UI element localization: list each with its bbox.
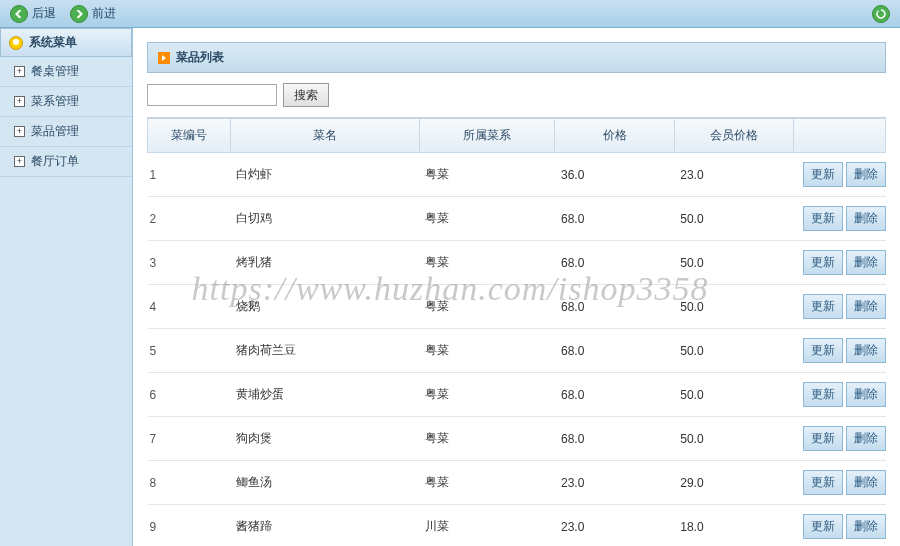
table-header-row: 菜编号 菜名 所属菜系 价格 会员价格 — [148, 119, 886, 153]
col-header-name: 菜名 — [230, 119, 419, 153]
col-name: 烤乳猪 — [230, 241, 419, 285]
col-member-price: 18.0 — [674, 505, 793, 547]
col-cuisine: 粤菜 — [419, 461, 555, 505]
col-header-id: 菜编号 — [148, 119, 231, 153]
sidebar-item[interactable]: +菜系管理 — [0, 87, 132, 117]
expand-icon: + — [14, 156, 25, 167]
arrow-right-icon — [70, 5, 88, 23]
col-price: 68.0 — [555, 417, 674, 461]
forward-label: 前进 — [92, 5, 116, 22]
update-button[interactable]: 更新 — [803, 162, 843, 187]
update-button[interactable]: 更新 — [803, 426, 843, 451]
col-price: 23.0 — [555, 505, 674, 547]
delete-button[interactable]: 删除 — [846, 294, 886, 319]
user-icon — [9, 36, 23, 50]
back-label: 后退 — [32, 5, 56, 22]
col-actions: 更新删除 — [794, 153, 886, 197]
update-button[interactable]: 更新 — [803, 250, 843, 275]
top-toolbar: 后退 前进 — [0, 0, 900, 28]
col-header-cuisine: 所属菜系 — [419, 119, 555, 153]
search-input[interactable] — [147, 84, 277, 106]
sidebar-header: 系统菜单 — [0, 28, 132, 57]
col-actions: 更新删除 — [794, 285, 886, 329]
col-header-price: 价格 — [555, 119, 674, 153]
col-name: 白灼虾 — [230, 153, 419, 197]
col-price: 68.0 — [555, 285, 674, 329]
table-row: 9酱猪蹄川菜23.018.0更新删除 — [148, 505, 886, 547]
sidebar-item-label: 餐厅订单 — [31, 153, 79, 170]
col-cuisine: 粤菜 — [419, 417, 555, 461]
col-name: 猪肉荷兰豆 — [230, 329, 419, 373]
col-name: 烧鹅 — [230, 285, 419, 329]
delete-button[interactable]: 删除 — [846, 470, 886, 495]
table-row: 5猪肉荷兰豆粤菜68.050.0更新删除 — [148, 329, 886, 373]
sidebar-item[interactable]: +菜品管理 — [0, 117, 132, 147]
sidebar-title: 系统菜单 — [29, 34, 77, 51]
delete-button[interactable]: 删除 — [846, 250, 886, 275]
col-name: 白切鸡 — [230, 197, 419, 241]
col-cuisine: 粤菜 — [419, 241, 555, 285]
sidebar-item-label: 菜系管理 — [31, 93, 79, 110]
col-actions: 更新删除 — [794, 373, 886, 417]
sidebar-item[interactable]: +餐桌管理 — [0, 57, 132, 87]
sidebar-item[interactable]: +餐厅订单 — [0, 147, 132, 177]
sidebar-item-label: 餐桌管理 — [31, 63, 79, 80]
expand-icon: + — [14, 96, 25, 107]
toolbar-right — [866, 3, 896, 25]
col-member-price: 50.0 — [674, 417, 793, 461]
sidebar-item-label: 菜品管理 — [31, 123, 79, 140]
delete-button[interactable]: 删除 — [846, 162, 886, 187]
back-button[interactable]: 后退 — [4, 3, 62, 25]
table-row: 4烧鹅粤菜68.050.0更新删除 — [148, 285, 886, 329]
delete-button[interactable]: 删除 — [846, 514, 886, 539]
update-button[interactable]: 更新 — [803, 470, 843, 495]
col-actions: 更新删除 — [794, 197, 886, 241]
col-cuisine: 粤菜 — [419, 153, 555, 197]
col-price: 23.0 — [555, 461, 674, 505]
col-cuisine: 川菜 — [419, 505, 555, 547]
col-actions: 更新删除 — [794, 461, 886, 505]
update-button[interactable]: 更新 — [803, 338, 843, 363]
delete-button[interactable]: 删除 — [846, 206, 886, 231]
update-button[interactable]: 更新 — [803, 382, 843, 407]
main-layout: 系统菜单 +餐桌管理+菜系管理+菜品管理+餐厅订单 菜品列表 搜索 菜编号 菜名… — [0, 28, 900, 546]
col-id: 8 — [148, 461, 231, 505]
update-button[interactable]: 更新 — [803, 206, 843, 231]
col-cuisine: 粤菜 — [419, 373, 555, 417]
col-actions: 更新删除 — [794, 505, 886, 547]
table-row: 7狗肉煲粤菜68.050.0更新删除 — [148, 417, 886, 461]
col-cuisine: 粤菜 — [419, 285, 555, 329]
col-cuisine: 粤菜 — [419, 197, 555, 241]
forward-button[interactable]: 前进 — [64, 3, 122, 25]
col-name: 鲫鱼汤 — [230, 461, 419, 505]
delete-button[interactable]: 删除 — [846, 426, 886, 451]
sidebar: 系统菜单 +餐桌管理+菜系管理+菜品管理+餐厅订单 — [0, 28, 133, 546]
col-price: 68.0 — [555, 373, 674, 417]
table-row: 8鲫鱼汤粤菜23.029.0更新删除 — [148, 461, 886, 505]
col-id: 6 — [148, 373, 231, 417]
content-area: 菜品列表 搜索 菜编号 菜名 所属菜系 价格 会员价格 1白灼虾粤菜36.02 — [133, 28, 900, 546]
delete-button[interactable]: 删除 — [846, 338, 886, 363]
update-button[interactable]: 更新 — [803, 514, 843, 539]
col-id: 7 — [148, 417, 231, 461]
update-button[interactable]: 更新 — [803, 294, 843, 319]
col-id: 4 — [148, 285, 231, 329]
delete-button[interactable]: 删除 — [846, 382, 886, 407]
col-cuisine: 粤菜 — [419, 329, 555, 373]
panel-header: 菜品列表 — [147, 42, 886, 73]
table-row: 1白灼虾粤菜36.023.0更新删除 — [148, 153, 886, 197]
col-header-actions — [794, 119, 886, 153]
col-price: 68.0 — [555, 241, 674, 285]
col-member-price: 50.0 — [674, 197, 793, 241]
panel-icon — [158, 52, 170, 64]
toolbar-left: 后退 前进 — [4, 3, 122, 25]
col-id: 1 — [148, 153, 231, 197]
col-name: 黄埔炒蛋 — [230, 373, 419, 417]
search-button[interactable]: 搜索 — [283, 83, 329, 107]
refresh-button[interactable] — [866, 3, 896, 25]
col-name: 狗肉煲 — [230, 417, 419, 461]
expand-icon: + — [14, 126, 25, 137]
col-id: 9 — [148, 505, 231, 547]
col-member-price: 29.0 — [674, 461, 793, 505]
table-row: 2白切鸡粤菜68.050.0更新删除 — [148, 197, 886, 241]
